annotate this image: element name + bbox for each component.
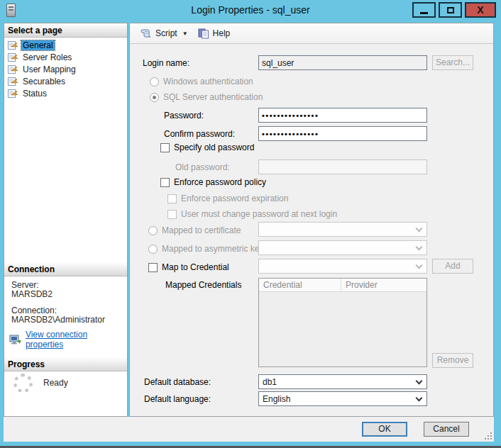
- radio-icon: [150, 77, 159, 86]
- server-value: MARSDB2: [11, 289, 53, 299]
- cancel-button[interactable]: Cancel: [424, 422, 469, 437]
- password-dots: •••••••••••••••: [262, 130, 319, 138]
- sidebar-item-status[interactable]: Status: [6, 87, 126, 99]
- resize-grip[interactable]: [483, 431, 492, 439]
- mapped-credentials-table[interactable]: Credential Provider: [258, 278, 427, 367]
- checkbox-icon: [167, 210, 177, 219]
- page-icon: [8, 52, 18, 62]
- enforce-password-policy-checkbox[interactable]: Enforce password policy: [160, 177, 266, 187]
- titlebar: Login Properties - sql_user X: [0, 0, 501, 21]
- chevron-down-icon: [416, 378, 423, 385]
- confirm-password-input[interactable]: •••••••••••••••: [258, 126, 427, 141]
- windows-auth-radio[interactable]: Windows authentication: [150, 77, 253, 86]
- mapped-credentials-label: Mapped Credentials: [165, 280, 241, 290]
- script-button[interactable]: Script ▼: [136, 26, 194, 40]
- checkbox-icon: [160, 143, 170, 152]
- view-connection-properties-row: View connection properties: [9, 330, 127, 349]
- chevron-down-icon: [416, 262, 423, 269]
- close-button[interactable]: X: [465, 2, 496, 18]
- must-change-password-checkbox[interactable]: User must change password at next login: [167, 209, 337, 219]
- credential-column-header[interactable]: Credential: [259, 279, 341, 292]
- radio-icon: [150, 93, 159, 102]
- checkbox-icon: [167, 194, 177, 203]
- sidebar-item-server-roles[interactable]: Server Roles: [6, 51, 126, 63]
- chevron-down-icon: [416, 244, 423, 251]
- mapped-to-certificate-radio[interactable]: Mapped to certificate: [148, 225, 241, 235]
- login-name-input[interactable]: sql_user: [258, 55, 427, 70]
- certificate-combo[interactable]: [258, 222, 427, 237]
- radio-icon: [148, 245, 158, 254]
- help-button-label: Help: [213, 28, 231, 38]
- minimize-button[interactable]: [412, 2, 436, 18]
- password-input[interactable]: •••••••••••••••: [258, 108, 427, 123]
- progress-header: Progress: [4, 357, 127, 371]
- add-button[interactable]: Add: [432, 259, 473, 274]
- page-icon: [8, 65, 18, 74]
- sidebar-item-label: Status: [21, 89, 48, 99]
- sidebar: Select a page General Server Roles User …: [4, 23, 128, 417]
- footer: OK Cancel: [4, 417, 494, 442]
- ok-button[interactable]: OK: [362, 422, 407, 437]
- script-button-label: Script: [155, 28, 177, 38]
- help-icon: [198, 28, 209, 39]
- chevron-down-icon: [416, 225, 423, 233]
- sidebar-item-securables[interactable]: Securables: [6, 75, 126, 87]
- mapped-to-asymmetric-key-label: Mapped to asymmetric key: [162, 244, 263, 254]
- chevron-down-icon: [416, 395, 423, 402]
- default-language-combo[interactable]: English: [258, 391, 427, 406]
- view-connection-properties-link[interactable]: View connection properties: [26, 330, 127, 349]
- connection-label: Connection:: [11, 306, 57, 315]
- enforce-password-expiration-label: Enforce password expiration: [181, 194, 288, 203]
- minimize-icon: [420, 12, 428, 14]
- window-controls: X: [409, 2, 496, 18]
- table-header-row: Credential Provider: [259, 279, 426, 292]
- sidebar-item-general[interactable]: General: [6, 39, 126, 51]
- default-database-label: Default database:: [144, 377, 211, 387]
- enforce-password-policy-label: Enforce password policy: [174, 177, 266, 187]
- page-icon: [8, 40, 18, 50]
- progress-status: Ready: [43, 378, 68, 388]
- page-icon: [8, 89, 18, 99]
- enforce-password-expiration-checkbox[interactable]: Enforce password expiration: [167, 194, 288, 203]
- maximize-button[interactable]: [439, 2, 462, 18]
- credential-combo[interactable]: [258, 259, 427, 274]
- must-change-password-label: User must change password at next login: [181, 209, 337, 219]
- search-button[interactable]: Search...: [432, 55, 473, 70]
- provider-column-header[interactable]: Provider: [341, 279, 426, 292]
- old-password-input[interactable]: [258, 159, 427, 174]
- sidebar-item-label: Server Roles: [21, 52, 73, 62]
- remove-button[interactable]: Remove: [432, 353, 473, 368]
- specify-old-password-checkbox[interactable]: Specify old password: [160, 142, 254, 152]
- checkbox-icon: [160, 178, 170, 187]
- script-scroll-icon: [140, 28, 152, 38]
- server-label: Server:: [11, 280, 39, 290]
- sidebar-item-label: User Mapping: [21, 65, 77, 74]
- checkbox-icon: [148, 263, 158, 272]
- main-panel: Script ▼ Help Login name: sql_user Searc…: [129, 23, 494, 417]
- map-to-credential-label: Map to Credential: [162, 262, 229, 272]
- sql-auth-radio[interactable]: SQL Server authentication: [150, 92, 263, 102]
- mapped-to-asymmetric-key-radio[interactable]: Mapped to asymmetric key: [148, 244, 263, 254]
- radio-icon: [148, 226, 158, 235]
- default-language-label: Default language:: [144, 394, 211, 404]
- login-name-label: Login name:: [143, 58, 189, 68]
- help-button[interactable]: Help: [194, 26, 234, 41]
- sidebar-item-label: General: [21, 40, 55, 50]
- sidebar-item-user-mapping[interactable]: User Mapping: [6, 63, 126, 75]
- map-to-credential-checkbox[interactable]: Map to Credential: [148, 262, 229, 272]
- default-database-value: db1: [263, 377, 277, 387]
- confirm-password-label: Confirm password:: [164, 129, 235, 139]
- close-icon: X: [477, 5, 483, 15]
- progress-spinner-icon: [13, 374, 33, 393]
- general-page-content: Login name: sql_user Search... Windows a…: [130, 44, 493, 416]
- select-a-page-header: Select a page: [4, 23, 127, 38]
- specify-old-password-label: Specify old password: [174, 142, 254, 152]
- toolbar: Script ▼ Help: [130, 23, 493, 44]
- page-icon: [8, 77, 18, 86]
- windows-auth-label: Windows authentication: [163, 77, 253, 86]
- password-dots: •••••••••••••••: [262, 111, 319, 120]
- default-database-combo[interactable]: db1: [258, 374, 427, 389]
- page-list: General Server Roles User Mapping Secura…: [6, 39, 126, 99]
- default-language-value: English: [263, 394, 290, 404]
- asymmetric-key-combo[interactable]: [258, 240, 427, 255]
